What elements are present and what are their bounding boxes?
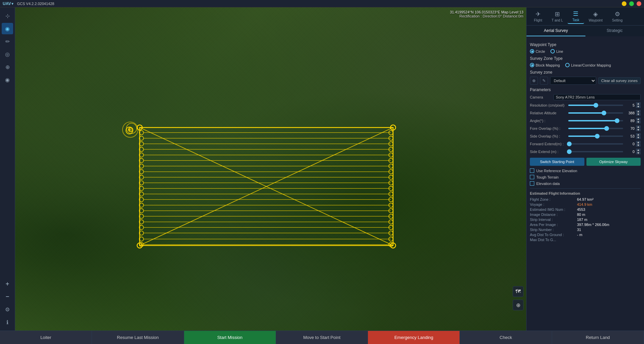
tab-setting[interactable]: ⚙ Setting — [607, 9, 627, 24]
side-overlap-down[interactable]: ▼ — [636, 136, 641, 139]
survey-zone-add-icon[interactable]: ⊕ — [530, 77, 538, 85]
side-extend-up[interactable]: ▲ — [636, 149, 641, 151]
fi-row-6: Strip Number : 31 — [530, 228, 641, 232]
altitude-spinners: ▲ ▼ — [636, 110, 641, 116]
survey-zone-title: Survey zone — [530, 70, 641, 75]
tab-strategic[interactable]: Strategic — [585, 26, 644, 36]
map-terrain — [15, 7, 526, 331]
angle-label: Angle(°) : — [530, 119, 567, 123]
close-button[interactable] — [637, 1, 641, 6]
tool-waypoint[interactable]: ◉ — [2, 23, 13, 34]
forward-extend-thumb[interactable] — [567, 142, 572, 146]
uav-label[interactable]: UAV — [3, 1, 11, 6]
side-overlap-up[interactable]: ▲ — [636, 133, 641, 136]
tool-info[interactable]: ℹ — [2, 316, 13, 328]
side-overlap-slider[interactable] — [568, 136, 623, 137]
start-mission-button[interactable]: Start Mission — [184, 331, 276, 344]
fi-row-3: Image Distance : 80 m — [530, 213, 641, 217]
tab-tandl[interactable]: ⊞ T and L — [547, 9, 568, 24]
radio-linear-label: Linear/Corridor Mapping — [571, 63, 611, 67]
flight-icon: ✈ — [536, 10, 541, 18]
forward-extend-down[interactable]: ▼ — [636, 144, 641, 147]
radio-line[interactable]: Line — [550, 49, 563, 53]
forward-extend-up[interactable]: ▲ — [636, 141, 641, 144]
radio-circle[interactable]: Circle — [530, 49, 545, 53]
tough-terrain-label: Tough Terrain — [536, 175, 558, 179]
map-area[interactable]: 31.4199524°N 106.0150323°E Map Level:13 … — [15, 7, 526, 331]
tab-waypoint[interactable]: ◈ Waypoint — [584, 9, 607, 24]
uav-arrow[interactable]: ▾ — [11, 1, 13, 6]
tough-terrain-checkbox[interactable] — [530, 175, 534, 179]
resolution-up[interactable]: ▲ — [636, 102, 641, 105]
fore-overlap-up[interactable]: ▲ — [636, 125, 641, 128]
radio-circle-dot — [530, 49, 534, 53]
side-extend-row: Side Extend (m) : 0 ▲ ▼ — [530, 149, 641, 154]
fore-overlap-slider[interactable] — [568, 128, 623, 129]
tab-task[interactable]: ☰ Task — [568, 9, 584, 24]
elevation-data-checkbox[interactable] — [530, 181, 534, 186]
map-layers-button[interactable]: 🗺 — [513, 286, 523, 297]
angle-thumb[interactable] — [615, 118, 619, 123]
altitude-up[interactable]: ▲ — [636, 110, 641, 113]
altitude-slider[interactable] — [568, 112, 623, 114]
fore-overlap-thumb[interactable] — [604, 126, 609, 131]
tool-location[interactable]: ⊕ — [2, 61, 13, 73]
resume-mission-button[interactable]: Resume Last Mission — [92, 331, 184, 344]
minimize-button[interactable] — [622, 1, 626, 6]
altitude-label: Relative Altitude — [530, 111, 567, 115]
check-button[interactable]: Check — [460, 331, 552, 344]
resolution-slider[interactable] — [568, 105, 623, 106]
map-crosshair-button[interactable]: ⊕ — [513, 300, 523, 310]
tool-zoom-in[interactable]: + — [2, 278, 13, 290]
fore-overlap-row: Fore Overlap (%) : 70 ▲ ▼ — [530, 125, 641, 131]
clear-survey-zones-button[interactable]: Clear all survey zones — [598, 77, 641, 84]
right-panel: ✈ Flight ⊞ T and L ☰ Task ◈ Waypoint ⚙ S… — [526, 7, 644, 331]
side-extend-down[interactable]: ▼ — [636, 152, 641, 154]
radio-block[interactable]: Block Mapping — [530, 63, 560, 67]
forward-extend-slider[interactable] — [568, 143, 623, 145]
ref-elevation-checkbox[interactable] — [530, 168, 534, 173]
altitude-down[interactable]: ▼ — [636, 113, 641, 116]
survey-zone-select[interactable]: Default — [550, 77, 596, 85]
side-extend-slider[interactable] — [568, 151, 623, 152]
fi-label-3: Image Distance : — [530, 213, 577, 217]
angle-up[interactable]: ▲ — [636, 118, 641, 120]
top-navigation: ✈ Flight ⊞ T and L ☰ Task ◈ Waypoint ⚙ S… — [527, 7, 644, 26]
waypoint-icon: ◈ — [593, 10, 598, 18]
angle-slider[interactable] — [568, 120, 623, 121]
maximize-button[interactable] — [629, 1, 634, 6]
forward-extend-row: Forward Extend(m) : 0 ▲ ▼ — [530, 141, 641, 147]
angle-spinners: ▲ ▼ — [636, 118, 641, 123]
tool-settings[interactable]: ⚙ — [2, 304, 13, 315]
tool-compass[interactable]: ◉ — [2, 74, 13, 85]
tab-waypoint-label: Waypoint — [589, 18, 603, 22]
resolution-label: Resolution (cm/pixel) — [530, 103, 567, 107]
altitude-thumb[interactable] — [602, 111, 606, 115]
move-to-start-button[interactable]: Move to Start Point — [276, 331, 368, 344]
map-rectification: Rectification : Direction:0° Distance:0m — [450, 14, 523, 18]
switch-starting-point-button[interactable]: Switch Starting Point — [530, 158, 584, 166]
resolution-down[interactable]: ▼ — [636, 105, 641, 108]
forward-extend-spinners: ▲ ▼ — [636, 141, 641, 147]
tool-zoom-out[interactable]: − — [2, 291, 13, 302]
optimize-skyway-button[interactable]: Optimize Skyway — [586, 158, 641, 166]
fore-overlap-down[interactable]: ▼ — [636, 128, 641, 131]
tab-aerial-survey[interactable]: Aerial Survey — [527, 26, 585, 36]
return-land-button[interactable]: Return Land — [552, 331, 644, 344]
tool-circle[interactable]: ◎ — [2, 48, 13, 60]
radio-linear[interactable]: Linear/Corridor Mapping — [565, 63, 611, 67]
angle-down[interactable]: ▼ — [636, 121, 641, 123]
checkbox-ref-elevation[interactable]: Use Reference Elevation — [530, 168, 641, 173]
side-extend-thumb[interactable] — [567, 149, 572, 154]
checkbox-tough-terrain[interactable]: Tough Terrain — [530, 175, 641, 179]
emergency-landing-button[interactable]: Emergency Landing — [368, 331, 460, 344]
resolution-thumb[interactable] — [594, 103, 598, 108]
survey-zone-edit-icon[interactable]: ✎ — [540, 77, 548, 85]
loiter-button[interactable]: Loiter — [0, 331, 92, 344]
tool-draw[interactable]: ✏ — [2, 36, 13, 47]
camera-value[interactable]: Sony A7R2 35mm Lens — [553, 94, 641, 100]
tab-flight[interactable]: ✈ Flight — [529, 9, 547, 24]
checkbox-elevation-data[interactable]: Elevation data — [530, 181, 641, 186]
tool-select[interactable]: ⊹ — [2, 10, 13, 22]
side-overlap-thumb[interactable] — [595, 134, 600, 139]
